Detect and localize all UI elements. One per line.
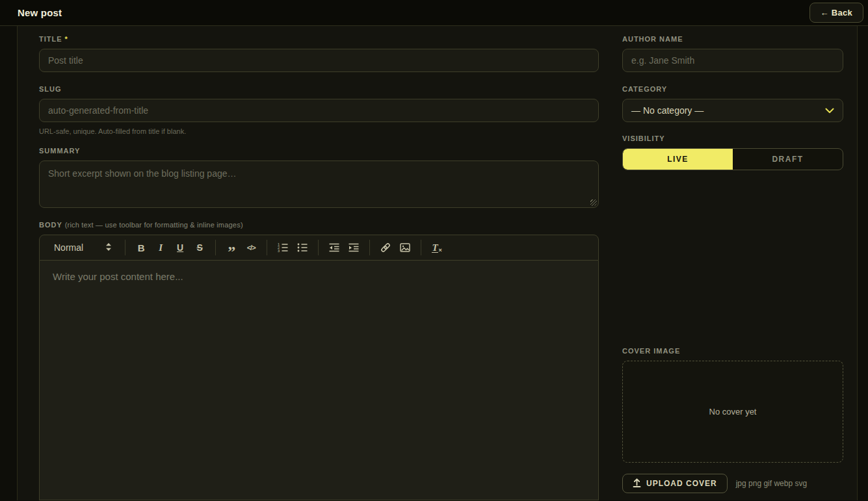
required-asterisk: * [65, 35, 68, 43]
toolbar-divider [125, 240, 125, 255]
topbar: New post ← Back [0, 0, 868, 26]
allowed-formats-text: jpg png gif webp svg [736, 479, 807, 488]
body-hint: (rich text — use toolbar for formatting … [65, 221, 243, 229]
richtext-toolbar: Normal B I U S ” </> 123 [39, 235, 599, 261]
page-title: New post [18, 7, 62, 18]
visibility-draft-option[interactable]: DRAFT [733, 149, 843, 170]
upload-cover-button[interactable]: UPLOAD COVER [622, 474, 728, 493]
side-column: AUTHOR NAME CATEGORY — No category — VIS… [622, 35, 843, 500]
slug-helper-text: URL-safe, unique. Auto-filled from title… [39, 127, 599, 136]
visibility-toggle: LIVE DRAFT [622, 148, 843, 170]
summary-textarea[interactable] [39, 161, 599, 208]
title-input[interactable] [39, 49, 599, 72]
sort-arrows-icon [105, 242, 112, 253]
back-button[interactable]: ← Back [809, 3, 864, 23]
toolbar-divider [267, 240, 267, 255]
slug-input[interactable] [39, 99, 599, 122]
code-block-button[interactable]: </> [242, 238, 260, 257]
body-editor[interactable]: Write your post content here... [39, 261, 599, 500]
format-select[interactable]: Normal [46, 242, 118, 253]
slug-label: SLUG [39, 85, 599, 94]
link-button[interactable] [376, 238, 395, 257]
content-frame: TITLE* SLUG URL-safe, unique. Auto-fille… [17, 26, 858, 500]
ordered-list-button[interactable]: 123 [274, 238, 292, 257]
toolbar-divider [318, 240, 319, 255]
body-label: BODY (rich text — use toolbar for format… [39, 221, 599, 229]
cover-section: COVER IMAGE No cover yet UPLOAD COVER jp… [622, 347, 843, 493]
cover-label: COVER IMAGE [622, 347, 843, 355]
toolbar-divider [369, 240, 370, 255]
title-label: TITLE* [39, 35, 599, 44]
author-label: AUTHOR NAME [622, 35, 843, 44]
toolbar-divider [421, 240, 421, 255]
indent-button[interactable] [345, 238, 363, 257]
blockquote-button[interactable]: ” [222, 238, 241, 257]
summary-label: SUMMARY [39, 147, 599, 155]
bullet-list-button[interactable] [293, 238, 311, 257]
category-label: CATEGORY [622, 85, 843, 94]
author-input[interactable] [622, 49, 843, 72]
category-selected-value: — No category — [631, 105, 704, 116]
upload-icon [633, 478, 641, 489]
clean-formatting-button[interactable]: T × [428, 238, 446, 257]
underline-button[interactable]: U [171, 238, 189, 257]
italic-button[interactable]: I [151, 238, 170, 257]
cover-dropzone[interactable]: No cover yet [622, 361, 843, 463]
image-button[interactable] [396, 238, 414, 257]
strikethrough-button[interactable]: S [191, 238, 209, 257]
visibility-label: VISIBILITY [622, 135, 843, 143]
toolbar-divider [215, 240, 216, 255]
upload-row: UPLOAD COVER jpg png gif webp svg [622, 474, 843, 493]
bold-button[interactable]: B [132, 238, 150, 257]
category-select[interactable]: — No category — [622, 99, 843, 122]
outdent-button[interactable] [325, 238, 343, 257]
main-column: TITLE* SLUG URL-safe, unique. Auto-fille… [39, 35, 599, 500]
cover-empty-text: No cover yet [709, 407, 757, 417]
svg-text:3: 3 [278, 249, 280, 253]
visibility-live-option[interactable]: LIVE [623, 149, 733, 170]
chevron-down-icon [825, 105, 834, 116]
